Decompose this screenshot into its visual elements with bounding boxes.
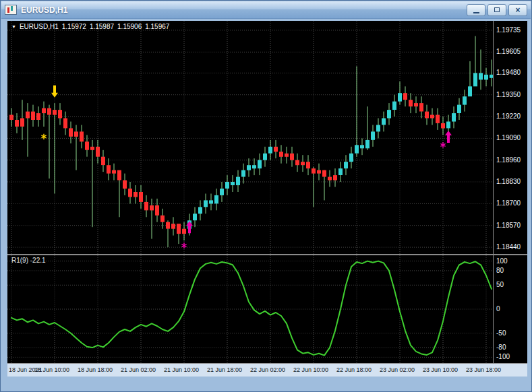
time-label: 22 Jun 10:00 (293, 366, 328, 373)
minimize-icon (473, 12, 479, 13)
indicator-scale-label: -100 (496, 353, 510, 360)
minimize-button[interactable] (467, 4, 485, 16)
price-label: 1.19605 (496, 48, 521, 55)
price-scale[interactable]: 1.197351.196051.194801.193501.192201.190… (493, 21, 527, 254)
window-title: EURUSD,H1 (21, 5, 67, 15)
price-label: 1.18570 (496, 222, 521, 229)
time-label: 21 Jun 18:00 (207, 366, 242, 373)
chart-icon (5, 5, 17, 15)
close-icon: × (515, 6, 520, 14)
time-label: 22 Jun 02:00 (250, 366, 285, 373)
restore-icon (494, 7, 500, 12)
time-label: 21 Jun 02:00 (121, 366, 156, 373)
price-label: 1.19220 (496, 112, 521, 120)
close-button[interactable]: × (508, 4, 527, 16)
window-controls: × (467, 4, 527, 16)
time-label: 23 Jun 18:00 (466, 366, 501, 373)
indicator-scale-label: 0 (496, 305, 500, 313)
price-label: 1.18700 (496, 199, 521, 207)
price-label: 1.19480 (496, 69, 521, 76)
indicator-scale-label: 50 (496, 281, 504, 288)
indicator-svg[interactable] (7, 255, 493, 363)
indicator-scale-label: -80 (496, 344, 506, 351)
time-label: 23 Jun 02:00 (380, 366, 415, 373)
restore-button[interactable] (487, 4, 506, 16)
price-label: 1.18830 (496, 178, 521, 185)
price-label: 1.19735 (496, 26, 521, 34)
price-label: 1.19090 (496, 134, 521, 141)
titlebar[interactable]: EURUSD,H1 × (1, 1, 531, 19)
time-label: 21 Jun 10:00 (164, 366, 199, 373)
indicator-panel[interactable]: R1(9) -22.1 (7, 255, 493, 363)
indicator-scale[interactable]: 10080500-50-80-100 (493, 255, 527, 363)
time-label: 23 Jun 10:00 (423, 366, 458, 373)
price-label: 1.19350 (496, 91, 521, 98)
chart-area: ▼ EURUSD,H1 1.15972 1.15987 1.15906 1.15… (7, 21, 527, 377)
indicator-scale-label: 80 (496, 267, 504, 274)
chart-window: EURUSD,H1 × ▼ EURUSD,H1 1.15972 1.15987 … (0, 0, 532, 392)
time-axis[interactable]: 18 Jun 202118 Jun 10:0018 Jun 18:0021 Ju… (7, 364, 527, 377)
time-label: 18 Jun 10:00 (34, 366, 69, 373)
main-chart-svg[interactable] (7, 21, 493, 254)
indicator-scale-label: -50 (496, 329, 506, 337)
price-label: 1.18960 (496, 156, 521, 164)
time-label: 18 Jun 18:00 (78, 366, 113, 373)
indicator-scale-label: 100 (496, 257, 508, 265)
main-chart[interactable]: ▼ EURUSD,H1 1.15972 1.15987 1.15906 1.15… (7, 21, 493, 254)
time-label: 22 Jun 18:00 (336, 366, 372, 373)
price-label: 1.18440 (496, 243, 521, 251)
